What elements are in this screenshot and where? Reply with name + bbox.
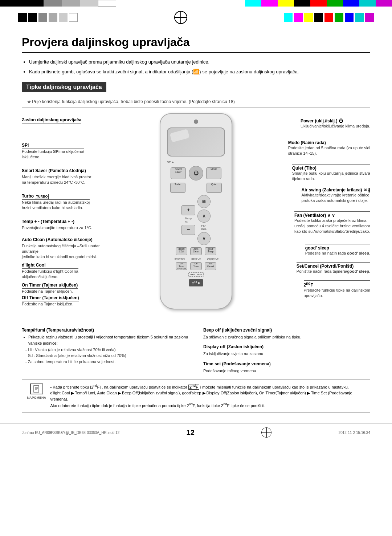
- label-dlight: d'light Cool Podesite funkciju d'light C…: [22, 262, 78, 280]
- smart-saver-btn[interactable]: SmartSaver: [171, 167, 186, 179]
- temp-humi-label: Temp/Humi: [172, 257, 187, 260]
- sd-desc: - Sd : Standardna (ako je relativna vlaž…: [25, 353, 189, 359]
- reg-box-black: [18, 13, 27, 22]
- label-on-timer: On Timer (Tajmer uključen) Podesite na T…: [22, 282, 78, 294]
- on-timer-btn[interactable]: OnTimerTime Set: [176, 262, 187, 270]
- reg-box-gray2: [49, 13, 57, 22]
- hi-desc: - Hi : Visoka (ako je relativna vlažnost…: [25, 347, 189, 353]
- beep-off-section: Beep off (Isključen zvučni signal) Za st…: [203, 328, 370, 340]
- temp-desc: - Za sobnu temperaturu bit će prikazana …: [25, 359, 189, 365]
- spi-label: SPi ▸: [164, 161, 174, 164]
- color-black3: [294, 0, 310, 7]
- reg-magenta: [294, 13, 303, 22]
- page-number: 12: [187, 429, 195, 437]
- temp-minus-btn[interactable]: −: [181, 225, 195, 235]
- note-label: NAPOMENA: [27, 395, 46, 401]
- notice-box: Prije korištenja funkcija daljinskog upr…: [22, 96, 370, 107]
- reg-box-white: [69, 13, 78, 22]
- label-airswing: Air swing (Zakretanje krilaca) ≅ ∦ Aktiv…: [302, 186, 370, 204]
- wps-wifi-area: WPS Wi-Fi: [188, 272, 204, 277]
- label-power: Power (uklj./isklj.) ⏻ Uključivanje/iskl…: [301, 117, 370, 129]
- temp-hr-label: Temphr.: [185, 217, 192, 223]
- second-function-labels: Temp/Humi Beep Off Display Off: [172, 257, 220, 260]
- label-spi: SPi Podesite funkciju SPi na uključeno/i…: [22, 142, 84, 160]
- power-btn[interactable]: ⏻: [189, 166, 203, 180]
- label-mode: Mode (Način rada) Podesite jedan od 5 na…: [288, 139, 370, 157]
- mode-btn[interactable]: Mode: [206, 167, 221, 179]
- label-good-sleep: good' sleep Podesite na način rada good'…: [305, 244, 370, 256]
- beep-off-label: Beep Off: [188, 257, 204, 260]
- temp-controls: + Temphr. −: [181, 205, 195, 235]
- temp-humi-bullet-1: Prikazuje razinu vlažnosti u prostoriji …: [28, 334, 189, 347]
- label-turbo: Turbo TURBO Neka klima uređaj radi na au…: [22, 193, 90, 211]
- btn-row-2: Turbo Quiet: [170, 183, 222, 193]
- reg-box-black2: [28, 13, 37, 22]
- 2ndf-btn[interactable]: 2nd F: [189, 279, 203, 287]
- fan-min-label: Fanmin.: [201, 224, 207, 231]
- temp-humi-title: Temp/Humi (Temperatura/vlažnost): [22, 328, 189, 333]
- ir-emitter: [194, 119, 198, 124]
- display-off-text: Za isključivanje svjetla na zaslonu: [203, 351, 370, 357]
- color-black2: [22, 0, 44, 7]
- color-white: [98, 0, 116, 7]
- top-color-bar: [0, 0, 392, 7]
- label-zaslon: Zaslon daljinskog upravljača: [22, 117, 81, 123]
- reg-green: [335, 13, 343, 22]
- auto-clean-btn[interactable]: AutoClean: [190, 247, 202, 255]
- page-footer: Junfrau EU_AR09FSSK&Y@_IB_DB68-03363A_HR…: [0, 423, 392, 441]
- wifi-label: Wi-Fi: [197, 273, 202, 276]
- note-box: NAPOMENA • Kada pritisnete tipku [2ndF] …: [22, 379, 370, 413]
- reg-blue: [345, 13, 354, 22]
- document-icon: [33, 385, 40, 393]
- reg-black: [314, 13, 323, 22]
- color-green: [327, 0, 343, 7]
- temp-humi-bullets: Prikazuje razinu vlažnosti u prostoriji …: [22, 334, 189, 347]
- fan-down-btn[interactable]: ∨: [197, 232, 211, 245]
- temp-plus-btn[interactable]: +: [181, 205, 195, 215]
- note-icon-box: [30, 383, 43, 394]
- note-content: • Kada pritisnete tipku [2ndF] , na dalj…: [50, 383, 365, 409]
- airswing-fan-controls: ≅ ∧ Fanmin. ∨: [197, 195, 211, 245]
- beep-off-text: Za stišavanje zvučnog signala prilikom p…: [203, 334, 370, 340]
- reg-red: [324, 13, 333, 22]
- turbo-btn[interactable]: Turbo: [170, 183, 185, 193]
- label-fan: Fan (Ventilator) ∧ ∨ Podesite koliko zra…: [294, 211, 370, 235]
- set-cancel-btn[interactable]: SetCancel: [205, 262, 216, 270]
- airswing-btn[interactable]: ≅: [197, 195, 211, 208]
- note-line-1: • Kada pritisnete tipku [2ndF] , na dalj…: [50, 383, 365, 390]
- remote-screen: [167, 127, 225, 157]
- color-spacer: [116, 0, 245, 7]
- color-red: [310, 0, 327, 7]
- label-auto-clean: Auto Clean (Automatsko čišćenje) Funkcij…: [22, 237, 114, 260]
- page-title: Provjera daljinskog upravljača: [22, 36, 370, 53]
- bottom-left: Temp/Humi (Temperatura/vlažnost) Prikazu…: [22, 328, 189, 374]
- beep-off-title: Beep off (Isključen zvučni signal): [203, 328, 370, 333]
- bottom-info: Temp/Humi (Temperatura/vlažnost) Prikazu…: [22, 328, 370, 374]
- note-icon: NAPOMENA: [27, 383, 46, 409]
- dlight-cool-btn[interactable]: d'lightCool: [176, 247, 187, 255]
- fan-up-btn[interactable]: ∧: [197, 210, 211, 223]
- footer-left: Junfrau EU_AR09FSSK&Y@_IB_DB68-03363A_HR…: [22, 431, 119, 435]
- reg-marks-left: [18, 13, 78, 22]
- label-smart-saver: Smart Saver (Pametna štednja) Manji utro…: [22, 168, 91, 186]
- color-cyan2: [359, 0, 376, 7]
- color-magenta: [261, 0, 278, 7]
- color-cyan: [245, 0, 261, 7]
- footer-crosshair: [261, 427, 271, 438]
- footer-right: 2012-11-2 15:16:34: [339, 431, 370, 435]
- label-2ndf: 2ndF Prebacite funkciju tipke na daljins…: [304, 280, 370, 299]
- color-gray1: [44, 0, 62, 7]
- label-temp: Temp + - (Temperatua + -) Povećajte/sman…: [22, 219, 92, 231]
- bullet-list: Usmjerite daljinski upravljač prema prij…: [22, 58, 370, 76]
- color-gray3: [80, 0, 98, 7]
- display-off-label: Display Off: [205, 257, 220, 260]
- label-set-cancel: Set/Cancel (Potvrdi/Poništi) Poništite n…: [297, 262, 370, 274]
- display-off-title: Display off (Zaslon isključen): [203, 344, 370, 349]
- reg-marks-right: [284, 13, 374, 22]
- timer-row: OnTimerTime Set OffTimer SetCancel: [176, 262, 216, 270]
- label-quiet: Quiet (Tiho) Smanjite buku koju unutarnj…: [292, 164, 370, 182]
- btn-row-3: d'lightCool AutoClean good'Sleep: [176, 247, 216, 255]
- off-timer-btn[interactable]: OffTimer: [190, 262, 202, 270]
- quiet-btn[interactable]: Quiet: [207, 183, 222, 193]
- good-sleep-btn[interactable]: good'Sleep: [205, 247, 216, 255]
